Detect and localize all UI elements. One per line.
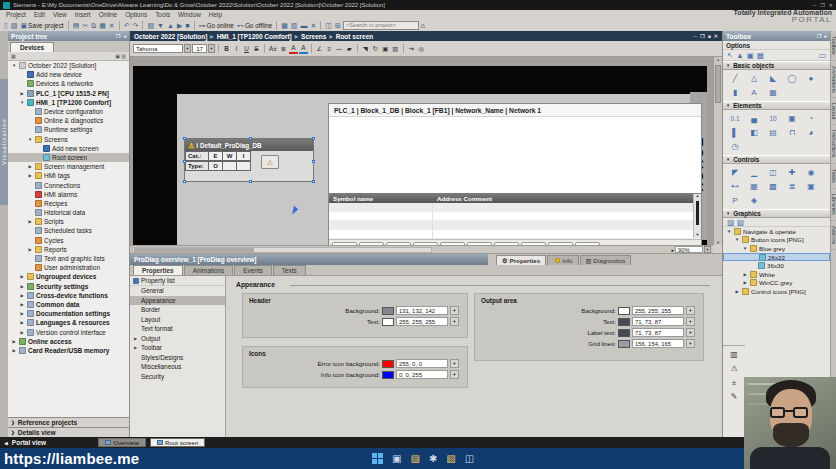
color-value-field[interactable]: 255, 255, 255 (632, 306, 684, 315)
color-swatch[interactable] (618, 307, 630, 315)
toolbar-print[interactable]: ▤ (72, 20, 81, 30)
portal-view-back-icon[interactable]: ◀ (4, 440, 8, 446)
plus-minus-symbol-icon[interactable]: ± (732, 378, 736, 387)
format-border-color-button[interactable]: ∠ (315, 44, 324, 54)
side-tab-libraries[interactable]: Libraries (831, 189, 836, 221)
tree-item-languages-resources[interactable]: ▶Languages & resources (8, 318, 129, 327)
toolbar-paste[interactable]: ▦ (98, 20, 107, 30)
edit-symbol-icon[interactable]: ✎ (731, 392, 738, 401)
breadcrumb-hmi-1-tp1200-comfort[interactable]: HMI_1 [TP1200 Comfort] (217, 33, 292, 40)
folder-icon[interactable]: ▧ (446, 454, 455, 464)
editor-close-icon[interactable]: ✕ (714, 33, 718, 39)
format-zoom-object-button[interactable]: ◎ (417, 44, 426, 54)
hscroll-thumb[interactable] (134, 248, 254, 252)
color-value-field[interactable]: 131, 132, 142 (396, 306, 448, 315)
tree-item-october-2022-solution[interactable]: ▼October 2022 [Solution] (8, 61, 129, 70)
toolbar-redo[interactable]: ↷ (132, 20, 140, 30)
tree-item-white[interactable]: ▶White (723, 270, 830, 279)
side-tab-add-ins[interactable]: Add-ins (831, 221, 836, 250)
tree-item-device-configuration[interactable]: Device configuration (8, 107, 129, 116)
font-family-dropdown-icon[interactable]: ▼ (184, 44, 191, 53)
chevron-open-icon[interactable]: ▼ (27, 137, 33, 142)
tree-item-scripts[interactable]: ▶Scripts (8, 217, 129, 226)
float-panel-icon[interactable]: ❐ (116, 33, 120, 39)
format-bold-button[interactable]: B (222, 44, 231, 54)
format-font-color-button[interactable]: A (289, 44, 298, 54)
editor-maximize-icon[interactable]: ■ (708, 33, 711, 39)
portal-view-button[interactable]: Portal view (12, 439, 46, 446)
toolbar-go-offline[interactable]: ⊷Go offline (236, 20, 273, 30)
system-diagnostics-view-icon[interactable]: ✚ (783, 166, 801, 179)
breadcrumb-screens[interactable]: Screens (301, 33, 326, 40)
table-row[interactable] (329, 221, 701, 230)
color-value-field[interactable]: 71, 73, 87 (632, 317, 684, 326)
tab-properties[interactable]: Properties (133, 265, 183, 275)
plc-code-view-icon[interactable]: ▩ (764, 180, 782, 193)
io-field-icon[interactable]: 0.1 (726, 112, 744, 125)
tree-item-screen-management[interactable]: ▶Screen management (8, 162, 129, 171)
app-dark-icon[interactable]: ▣ (392, 454, 401, 464)
pdf-view-icon[interactable]: P (726, 194, 744, 207)
format-rotate-object-button[interactable]: ↻ (371, 44, 380, 54)
tab-animations[interactable]: Animations (184, 265, 234, 275)
expand-all-icon[interactable]: ▣ (115, 53, 120, 59)
tree-item-scheduled-tasks[interactable]: Scheduled tasks (8, 226, 129, 235)
property-border[interactable]: Border (130, 305, 225, 315)
toolbar-stop-cpu[interactable]: ▬ (299, 20, 308, 30)
toolbar-upload-from-device[interactable]: ▲ (166, 20, 175, 30)
color-value-field[interactable]: 71, 73, 87 (632, 328, 684, 337)
symbol-library-icon[interactable]: ▤ (764, 126, 782, 139)
gauge-icon[interactable]: ◕ (802, 126, 820, 139)
chevron-closed-icon[interactable]: ▶ (11, 339, 17, 344)
side-tab-toolbox[interactable]: Toolbox (831, 31, 836, 61)
dropdown-arrow-icon[interactable]: ▼ (450, 370, 459, 379)
color-swatch[interactable] (618, 318, 630, 326)
breadcrumb-root-screen[interactable]: Root screen (336, 33, 374, 40)
chevron-closed-icon[interactable]: ▶ (19, 311, 25, 316)
dropdown-arrow-icon[interactable]: ▼ (686, 306, 695, 315)
side-tab-instructions[interactable]: Instructions (831, 125, 836, 164)
editor-float-icon[interactable]: ❐ (700, 33, 704, 39)
inspector-tab-info[interactable]: Info (547, 255, 578, 265)
color-swatch[interactable] (382, 360, 394, 368)
channel-diagnostics-icon[interactable]: ⊷ (726, 180, 744, 193)
close-icon[interactable]: ✕ (829, 2, 833, 8)
format-layer-button[interactable]: ▣ (381, 44, 390, 54)
chevron-closed-icon[interactable]: ▶ (19, 284, 25, 289)
format-strikethrough-button[interactable]: S (252, 44, 261, 54)
format-line-width-button[interactable]: — (335, 44, 344, 54)
tree-item-card-reader-usb-memory[interactable]: ▶Card Reader/USB memory (8, 346, 129, 355)
tree-item-navigate-operate[interactable]: ▼Navigate & operate (723, 227, 830, 236)
toolbar-copy[interactable]: ⧉ (90, 20, 97, 30)
color-value-field[interactable]: 255, 0, 0 (396, 359, 448, 368)
polygon-icon[interactable]: ◣ (764, 72, 782, 85)
dropdown-arrow-icon[interactable]: ▼ (450, 317, 459, 326)
table-row[interactable] (329, 230, 701, 239)
tree-item-plc-1-cpu-1515-2-pn[interactable]: ▶PLC_1 [CPU 1515-2 PN] (8, 89, 129, 98)
property-appearance[interactable]: Appearance (130, 296, 225, 306)
editor-horizontal-scrollbar[interactable]: ▸ 90% ▼ (130, 245, 713, 253)
editor-vertical-scrollbar[interactable]: ▲▼ (713, 57, 722, 245)
tree-item-security-settings[interactable]: ▶Security settings (8, 282, 129, 291)
html-browser-icon[interactable]: ◈ (745, 194, 763, 207)
dropdown-arrow-icon[interactable]: ▼ (686, 317, 695, 326)
screen-canvas[interactable]: TOUCH ⚠ i Default_ProDiag_DB Cat.: E W (130, 57, 713, 245)
color-value-field[interactable]: 255, 255, 255 (396, 317, 448, 326)
menu-window[interactable]: Window (174, 11, 205, 18)
table-row[interactable] (329, 203, 701, 212)
toolbar-start-cpu[interactable]: ▥ (290, 20, 299, 30)
chevron-closed-icon[interactable]: ▶ (19, 330, 25, 335)
tree-item-ungrouped-devices[interactable]: ▶Ungrouped devices (8, 272, 129, 281)
toolbar-delete[interactable]: ✕ (108, 20, 116, 30)
tree-item-button-icons-png[interactable]: ▼Button icons [PNG] (723, 236, 830, 245)
tab-visualization[interactable]: Visualization (0, 79, 8, 205)
tree-item-user-administration[interactable]: User administration (8, 263, 129, 272)
quick-style-icon[interactable]: ▣ (747, 51, 754, 60)
dropdown-arrow-icon[interactable]: ▼ (686, 339, 695, 348)
tree-item-runtime-settings[interactable]: Runtime settings (8, 125, 129, 134)
collapse-panel-icon[interactable]: ◂ (123, 33, 126, 39)
format-line-spacing-button[interactable]: ≣ (279, 44, 288, 54)
font-family-select[interactable]: Tahoma (133, 44, 183, 53)
tree-item-version-control-interface[interactable]: ▶Version control interface (8, 327, 129, 336)
toolbar-save-project[interactable]: ▣Save project (19, 20, 64, 30)
